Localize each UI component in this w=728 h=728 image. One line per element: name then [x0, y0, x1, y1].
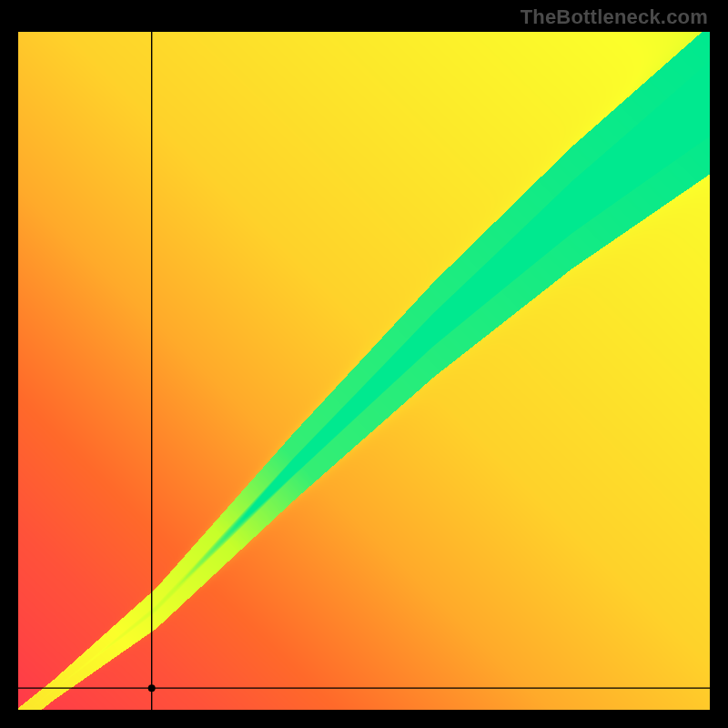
watermark-label: TheBottleneck.com — [521, 5, 708, 29]
heatmap-canvas — [18, 32, 710, 710]
chart-frame: TheBottleneck.com — [0, 0, 728, 728]
heatmap-plot — [18, 32, 710, 710]
